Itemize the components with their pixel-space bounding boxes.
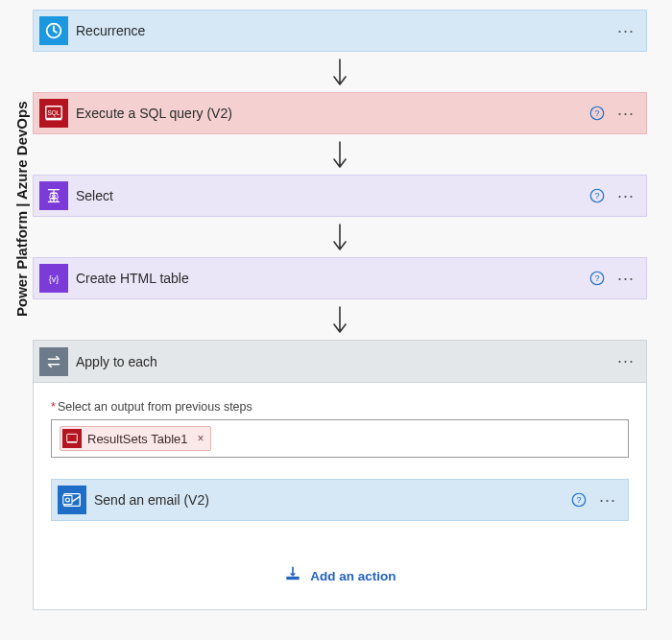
svg-text:?: ? <box>594 273 599 283</box>
menu-icon[interactable]: ··· <box>617 24 635 37</box>
svg-text:{v}: {v} <box>49 274 60 284</box>
node-title: Apply to each <box>76 354 617 369</box>
menu-icon[interactable]: ··· <box>617 272 635 285</box>
apply-header[interactable]: Apply to each ··· <box>34 341 646 383</box>
add-action-button[interactable]: Add an action <box>51 556 629 590</box>
svg-rect-13 <box>67 442 78 443</box>
flow-canvas: Recurrence ··· SQL Execute a SQL query (… <box>27 0 653 610</box>
svg-text:SQL: SQL <box>48 109 60 117</box>
svg-rect-12 <box>67 434 78 441</box>
sidebar-vertical-label: Power Platform | Azure DevOps <box>13 101 30 317</box>
close-icon[interactable]: × <box>194 432 204 445</box>
node-send-email[interactable]: Send an email (V2) ? ··· <box>51 479 629 521</box>
node-create-html-table[interactable]: {v} Create HTML table ? ··· <box>33 257 647 299</box>
help-icon[interactable]: ? <box>570 491 588 509</box>
node-title: Send an email (V2) <box>94 492 570 508</box>
outlook-icon <box>58 486 86 514</box>
arrow-down-icon <box>27 217 653 257</box>
menu-icon[interactable]: ··· <box>599 493 616 507</box>
svg-rect-19 <box>287 577 300 580</box>
arrow-down-icon <box>27 52 653 92</box>
node-title: Create HTML table <box>76 271 588 286</box>
node-sql-query[interactable]: SQL Execute a SQL query (V2) ? ··· <box>33 92 647 134</box>
clock-icon <box>39 16 68 45</box>
dynamic-token[interactable]: ResultSets Table1 × <box>60 426 211 451</box>
node-select[interactable]: {v} Select ? ··· <box>33 175 647 217</box>
svg-text:?: ? <box>576 495 581 505</box>
add-step-icon <box>283 565 302 586</box>
foreach-field-label: *Select an output from previous steps <box>51 400 629 414</box>
node-title: Select <box>76 188 588 203</box>
sql-icon: SQL <box>39 99 68 128</box>
data-op-icon: {v} <box>39 264 68 293</box>
loop-icon <box>39 347 68 376</box>
node-title: Recurrence <box>76 23 617 38</box>
add-action-label: Add an action <box>310 569 396 583</box>
help-icon[interactable]: ? <box>588 270 606 287</box>
svg-text:?: ? <box>594 108 599 118</box>
svg-rect-15 <box>63 495 72 504</box>
help-icon[interactable]: ? <box>588 187 606 204</box>
foreach-input[interactable]: ResultSets Table1 × <box>51 419 629 458</box>
apply-body: *Select an output from previous steps Re… <box>34 383 646 609</box>
node-apply-to-each[interactable]: Apply to each ··· *Select an output from… <box>33 340 647 610</box>
node-title: Execute a SQL query (V2) <box>76 106 588 121</box>
svg-text:?: ? <box>594 191 599 201</box>
svg-text:{v}: {v} <box>49 192 60 201</box>
menu-icon[interactable]: ··· <box>617 107 635 120</box>
arrow-down-icon <box>27 134 653 175</box>
node-recurrence[interactable]: Recurrence ··· <box>33 10 647 52</box>
help-icon[interactable]: ? <box>588 105 606 122</box>
token-text: ResultSets Table1 <box>87 432 188 446</box>
data-op-icon: {v} <box>39 181 68 210</box>
menu-icon[interactable]: ··· <box>617 354 635 367</box>
arrow-down-icon <box>27 299 653 340</box>
svg-rect-2 <box>46 119 62 121</box>
sql-icon <box>62 429 82 448</box>
menu-icon[interactable]: ··· <box>617 189 635 202</box>
